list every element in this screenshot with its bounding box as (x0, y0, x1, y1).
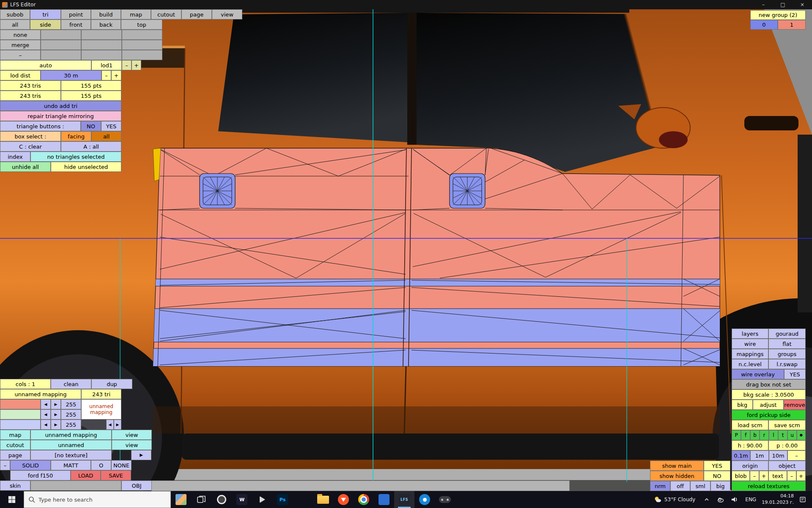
index-button[interactable]: index (0, 152, 30, 162)
tray-cloud-icon[interactable] (716, 491, 726, 508)
taskbar-app-brave[interactable] (333, 491, 354, 508)
lod-auto[interactable]: auto (0, 60, 91, 70)
red-value[interactable]: 255 (61, 399, 81, 409)
load-button[interactable]: LOAD (71, 470, 101, 480)
minimize-button[interactable]: – (754, 0, 773, 9)
bkg-adjust-button[interactable]: adjust (753, 400, 784, 410)
blob-button[interactable]: blob (732, 471, 750, 481)
lod-dist-value[interactable]: 30 m (41, 70, 102, 80)
blue-increase-arrow[interactable]: ▶ (51, 420, 61, 430)
page-next-button[interactable]: ▶ (131, 450, 151, 460)
object-button[interactable]: object (768, 461, 806, 471)
page-texture[interactable]: [no texture] (30, 450, 112, 460)
show-hidden-no[interactable]: NO (704, 471, 730, 481)
text-plus[interactable]: + (796, 471, 806, 481)
obj-button[interactable]: OBJ (121, 480, 152, 491)
grid-01m-button[interactable]: 0.1m (732, 450, 750, 461)
green-value[interactable]: 255 (61, 409, 81, 420)
color-swatch-blue[interactable] (0, 420, 41, 430)
window-titlebar[interactable]: LFS Editor – □ × (0, 0, 812, 9)
view-dot-button[interactable]: ● (797, 430, 806, 440)
taskbar-app-lfs-editor[interactable]: LFS (394, 491, 414, 508)
red-decrease-arrow[interactable]: ◀ (41, 399, 51, 409)
hide-unselected-button[interactable]: hide unselected (51, 162, 121, 172)
view-front[interactable]: front (61, 19, 91, 30)
bkg-scale-value[interactable]: bkg scale : 3.0500 (732, 389, 806, 400)
view-r-button[interactable]: r (760, 430, 769, 440)
blob-plus[interactable]: + (759, 471, 768, 481)
save-button[interactable]: SAVE (101, 470, 131, 480)
clean-button[interactable]: clean (51, 379, 91, 389)
gouraud-button[interactable]: gouraud (768, 329, 806, 339)
box-select-facing[interactable]: facing (61, 131, 91, 141)
select-all-button[interactable]: A : all (61, 141, 121, 152)
flat-button[interactable]: flat (768, 339, 806, 349)
taskbar-app-chrome[interactable] (354, 491, 374, 508)
taskbar-app-task-view[interactable] (191, 491, 211, 508)
box-select-all[interactable]: all (91, 131, 121, 141)
taskbar-app-news-interests[interactable] (171, 491, 191, 508)
background-image-name[interactable]: ford pickup side (732, 410, 806, 420)
tab-point[interactable]: point (61, 9, 91, 19)
nrm-sml-button[interactable]: sml (690, 481, 710, 491)
box-select-label[interactable]: box select : (0, 131, 61, 141)
reload-textures-button[interactable]: reload textures (732, 481, 806, 491)
material-solid-button[interactable]: SOLID (10, 460, 51, 470)
tab-cutout[interactable]: cutout (151, 9, 181, 19)
cutout-label[interactable]: cutout (0, 440, 30, 450)
taskbar-app-app-circle[interactable] (414, 491, 435, 508)
red-increase-arrow[interactable]: ▶ (51, 399, 61, 409)
taskbar-app-app-ring[interactable] (211, 491, 232, 508)
layers-button[interactable]: layers (732, 329, 768, 339)
unhide-all-button[interactable]: unhide all (0, 162, 51, 172)
grid-minus-button[interactable]: – (787, 450, 806, 461)
tray-chevron-icon[interactable] (702, 491, 712, 508)
view-side[interactable]: side (30, 19, 61, 30)
lod1[interactable]: lod1 (91, 60, 122, 70)
mapping-name[interactable]: unnamed mapping (0, 389, 81, 399)
notifications-icon[interactable] (798, 491, 808, 508)
clear-button[interactable]: C : clear (0, 141, 61, 152)
material-o-button[interactable]: O (91, 460, 111, 470)
language-indicator[interactable]: ENG (743, 497, 758, 502)
view-all[interactable]: all (0, 19, 30, 30)
wire-button[interactable]: wire (732, 339, 768, 349)
origin-button[interactable]: origin (732, 461, 768, 471)
start-button[interactable] (0, 491, 24, 508)
tab-tri[interactable]: tri (30, 9, 61, 19)
mappings-button[interactable]: mappings (732, 349, 768, 359)
close-button[interactable]: × (793, 0, 812, 9)
volume-icon[interactable] (730, 491, 740, 508)
show-hidden-label[interactable]: show hidden (650, 471, 704, 481)
bkg-button[interactable]: bkg (732, 400, 753, 410)
taskbar-app-file-explorer[interactable] (313, 491, 333, 508)
lod-dist-plus[interactable]: + (111, 70, 121, 80)
taskbar-app-app-tiles[interactable] (293, 491, 313, 508)
material-matt-button[interactable]: MATT (51, 460, 91, 470)
taskbar-app-app-game[interactable] (435, 491, 455, 508)
taskbar-clock[interactable]: 04:18 19.01.2023 г. (762, 493, 794, 506)
blue-value[interactable]: 255 (61, 420, 81, 430)
lod-plus[interactable]: + (132, 60, 141, 70)
map-mapping-name[interactable]: unnamed mapping (30, 430, 112, 440)
tab-build[interactable]: build (91, 9, 121, 19)
tab-map[interactable]: map (121, 9, 151, 19)
subob-minus[interactable]: – (0, 50, 41, 60)
blue-decrease-arrow[interactable]: ◀ (41, 420, 51, 430)
nclevel-button[interactable]: n.c.level (732, 359, 768, 369)
show-main-yes[interactable]: YES (704, 461, 730, 471)
maximize-button[interactable]: □ (773, 0, 793, 9)
lod-dist-minus[interactable]: – (102, 70, 111, 80)
subob-none[interactable]: none (0, 30, 41, 40)
cols-value[interactable]: cols : 1 (0, 379, 51, 389)
triangle-buttons-no[interactable]: NO (81, 121, 101, 131)
page-label[interactable]: page (0, 450, 30, 460)
undo-add-tri-button[interactable]: undo add tri (0, 101, 121, 111)
view-t-button[interactable]: t (778, 430, 787, 440)
tab-view[interactable]: view (212, 9, 242, 19)
groups-button[interactable]: groups (768, 349, 806, 359)
mapping-prev-arrow[interactable]: ◀ (106, 420, 114, 430)
view-f-button[interactable]: f (741, 430, 750, 440)
new-group-button[interactable]: new group (2) (750, 10, 806, 20)
text-button[interactable]: text (768, 471, 787, 481)
